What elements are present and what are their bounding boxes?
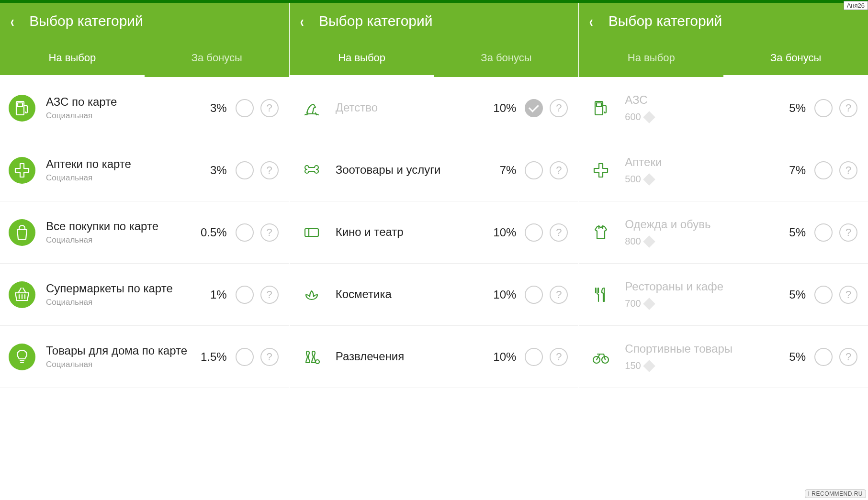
select-radio[interactable]: [814, 99, 833, 117]
help-icon[interactable]: ?: [550, 99, 568, 117]
select-radio[interactable]: [236, 348, 254, 366]
help-icon[interactable]: ?: [260, 223, 279, 242]
select-radio[interactable]: [236, 223, 254, 242]
back-button[interactable]: ‹: [11, 13, 14, 29]
select-radio[interactable]: [814, 286, 833, 304]
help-icon[interactable]: ?: [839, 223, 857, 242]
category-row[interactable]: Развлечения10%?: [290, 326, 579, 388]
cashback-percent: 3%: [193, 101, 227, 115]
category-text: Товары для дома по картеСоциальная: [46, 344, 193, 369]
category-list: АЗС6005%?Аптеки5007%?Одежда и обувь8005%…: [579, 77, 868, 500]
select-radio[interactable]: [814, 348, 833, 366]
select-radio[interactable]: [236, 161, 254, 179]
select-radio[interactable]: [525, 99, 543, 117]
select-radio[interactable]: [814, 161, 833, 179]
help-icon[interactable]: ?: [839, 161, 857, 179]
select-radio[interactable]: [236, 99, 254, 117]
category-subtitle: Социальная: [46, 173, 193, 183]
cross-icon: [9, 157, 35, 184]
category-row[interactable]: Супермаркеты по картеСоциальная1%?: [0, 264, 289, 326]
category-text: Все покупки по картеСоциальная: [46, 220, 193, 245]
category-text: Кино и театр: [336, 225, 483, 239]
cashback-percent: 5%: [772, 226, 806, 239]
watermark: I RECOMMEND.RU: [805, 489, 866, 498]
help-icon[interactable]: ?: [260, 348, 279, 366]
select-radio[interactable]: [236, 286, 254, 304]
tab-bonuses[interactable]: За бонусы: [434, 39, 579, 77]
category-text: Аптеки по картеСоциальная: [46, 157, 193, 183]
cashback-percent: 10%: [483, 101, 516, 115]
svg-rect-5: [597, 103, 601, 107]
header: ‹Выбор категорий: [0, 3, 289, 39]
category-subtitle: Социальная: [46, 360, 193, 369]
select-radio[interactable]: [525, 161, 543, 179]
category-row[interactable]: Аптеки5007%?: [579, 139, 868, 201]
category-title: Кино и театр: [336, 225, 483, 239]
category-row[interactable]: АЗС по картеСоциальная3%?: [0, 77, 289, 139]
category-subtitle: Социальная: [46, 298, 193, 307]
help-icon[interactable]: ?: [550, 223, 568, 242]
svg-point-3: [316, 360, 319, 364]
category-row[interactable]: Спортивные товары1505%?: [579, 326, 868, 388]
panel: ‹Выбор категорийНа выборЗа бонусыАЗС по …: [0, 3, 290, 500]
tab-bonuses[interactable]: За бонусы: [145, 39, 289, 77]
category-row[interactable]: Рестораны и кафе7005%?: [579, 264, 868, 326]
bowling-icon: [298, 344, 325, 370]
category-cost: 500: [625, 174, 772, 185]
cost-value: 800: [625, 236, 641, 247]
category-row[interactable]: Аптеки по картеСоциальная3%?: [0, 139, 289, 201]
category-title: Косметика: [336, 288, 483, 301]
help-icon[interactable]: ?: [550, 348, 568, 366]
help-icon[interactable]: ?: [839, 99, 857, 117]
category-row[interactable]: АЗС6005%?: [579, 77, 868, 139]
tab-choice[interactable]: На выбор: [0, 39, 145, 77]
cashback-percent: 0.5%: [193, 226, 227, 239]
category-text: АЗС по картеСоциальная: [46, 95, 193, 121]
category-row[interactable]: Все покупки по картеСоциальная0.5%?: [0, 201, 289, 264]
category-title: Рестораны и кафе: [625, 280, 772, 294]
help-icon[interactable]: ?: [550, 286, 568, 304]
cashback-percent: 7%: [772, 164, 806, 177]
header: ‹Выбор категорий: [579, 3, 868, 39]
cashback-percent: 10%: [483, 226, 516, 239]
category-title: Все покупки по карте: [46, 220, 193, 233]
category-subtitle: Социальная: [46, 235, 193, 245]
select-radio[interactable]: [814, 223, 833, 242]
back-button[interactable]: ‹: [589, 13, 593, 29]
gas-icon: [9, 95, 35, 122]
category-row[interactable]: Кино и театр10%?: [290, 201, 579, 264]
select-radio[interactable]: [525, 223, 543, 242]
select-radio[interactable]: [525, 348, 543, 366]
cashback-percent: 1.5%: [193, 350, 227, 364]
help-icon[interactable]: ?: [839, 348, 857, 366]
category-text: АЗС600: [625, 93, 772, 123]
help-icon[interactable]: ?: [839, 286, 857, 304]
cost-value: 600: [625, 111, 641, 122]
category-text: Рестораны и кафе700: [625, 280, 772, 310]
cross-icon: [587, 157, 614, 184]
category-title: Аптеки: [625, 156, 772, 169]
category-title: АЗС по карте: [46, 95, 193, 109]
bone-icon: [298, 157, 325, 184]
ticket-icon: [298, 219, 325, 246]
bonus-diamond-icon: [643, 173, 655, 185]
help-icon[interactable]: ?: [550, 161, 568, 179]
category-row[interactable]: Косметика10%?: [290, 264, 579, 326]
category-row[interactable]: Зоотовары и услуги7%?: [290, 139, 579, 201]
category-text: Супермаркеты по картеСоциальная: [46, 282, 193, 307]
category-title: Спортивные товары: [625, 342, 772, 356]
category-row[interactable]: Детство10%?: [290, 77, 579, 139]
tab-choice[interactable]: На выбор: [579, 39, 723, 77]
help-icon[interactable]: ?: [260, 286, 279, 304]
back-button[interactable]: ‹: [300, 13, 304, 29]
category-row[interactable]: Одежда и обувь8005%?: [579, 201, 868, 264]
category-text: Спортивные товары150: [625, 342, 772, 372]
select-radio[interactable]: [525, 286, 543, 304]
lotus-icon: [298, 281, 325, 308]
category-list: Детство10%?Зоотовары и услуги7%?Кино и т…: [290, 77, 579, 500]
tab-choice[interactable]: На выбор: [290, 39, 434, 77]
tab-bonuses[interactable]: За бонусы: [723, 39, 868, 77]
category-row[interactable]: Товары для дома по картеСоциальная1.5%?: [0, 326, 289, 388]
help-icon[interactable]: ?: [260, 99, 279, 117]
help-icon[interactable]: ?: [260, 161, 279, 179]
